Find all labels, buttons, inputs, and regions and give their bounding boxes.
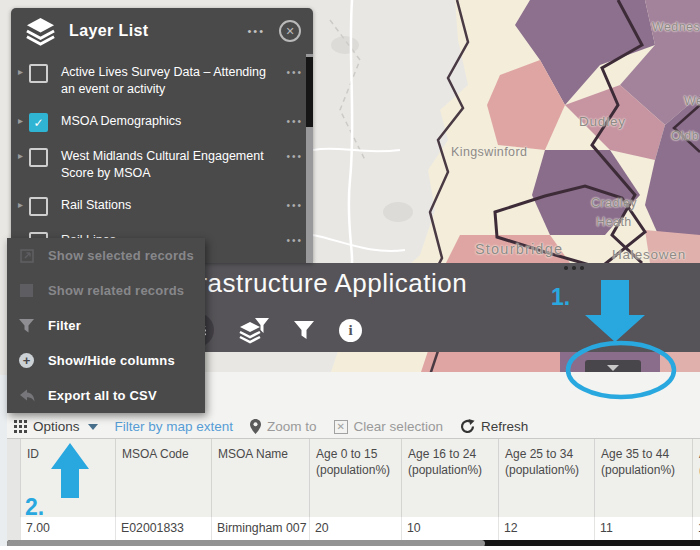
layer-filter-icon (238, 317, 269, 344)
expand-arrow-icon[interactable]: ▸ (18, 199, 29, 210)
app-title: Infrastructure Application (168, 268, 467, 299)
layer-item[interactable]: ▸ ✓ MSOA Demographics ••• (11, 105, 313, 140)
layer-list-header: Layer List ••• ✕ (11, 8, 313, 54)
row-selector-header (7, 439, 21, 518)
page-footer-strip (0, 546, 700, 550)
attribute-table-toolbar: Options Filter by map extent Zoom to ✕ C… (7, 414, 700, 439)
chevron-down-icon (607, 365, 619, 371)
refresh-label: Refresh (481, 419, 528, 434)
layer-ellipsis-icon[interactable]: ••• (286, 151, 303, 162)
menu-item-filter[interactable]: Filter (7, 308, 205, 343)
table-cell: 7.00 (21, 517, 116, 540)
column-header[interactable]: MSOA Code (116, 439, 212, 518)
menu-item-show-hide-columns[interactable]: + Show/Hide columns (7, 343, 205, 378)
show-selected-records-icon (18, 247, 35, 264)
info-widget-button[interactable]: i (339, 319, 362, 342)
layer-ellipsis-icon[interactable]: ••• (286, 235, 303, 246)
expand-arrow-icon[interactable]: ▸ (18, 150, 29, 161)
options-grid-icon (14, 420, 27, 433)
menu-item-label: Show related records (48, 283, 184, 298)
map-place-label: We (684, 94, 700, 108)
table-cell: Birmingham 007 (212, 517, 310, 540)
layer-list-panel: Layer List ••• ✕ ▸ Active Lives Survey D… (11, 8, 313, 263)
clear-selection-button[interactable]: ✕ Clear selection (334, 419, 443, 434)
refresh-button[interactable]: Refresh (460, 419, 528, 434)
map-place-label: Halesowen (612, 247, 686, 262)
filter-funnel-icon (18, 317, 35, 334)
layer-ellipsis-icon[interactable]: ••• (286, 67, 303, 78)
layer-label: West Midlands Cultural Engagement Score … (61, 148, 277, 181)
show-related-records-icon (18, 282, 35, 299)
check-icon: ✓ (33, 117, 43, 129)
filter-by-map-extent-button[interactable]: Filter by map extent (115, 419, 234, 434)
options-label: Options (33, 419, 80, 434)
layer-checkbox[interactable]: ✓ (29, 113, 48, 132)
panel-menu-icon[interactable]: ••• (247, 25, 265, 37)
table-row[interactable]: 7.00 E02001833 Birmingham 007 20 10 12 1… (7, 517, 700, 541)
layer-ellipsis-icon[interactable]: ••• (286, 116, 303, 127)
table-header-row: ID MSOA Code MSOA Name Age 0 to 15 (popu… (7, 438, 700, 519)
menu-item-show-selected-records[interactable]: Show selected records (7, 238, 205, 273)
export-csv-icon (18, 387, 35, 404)
vertical-scrollbar-thumb[interactable] (306, 57, 313, 127)
layer-checkbox[interactable] (29, 148, 48, 167)
expand-arrow-icon[interactable]: ▸ (18, 66, 29, 77)
info-icon: i (339, 319, 362, 342)
panel-title: Layer List (69, 22, 247, 40)
layer-label: Rail Stations (61, 197, 277, 214)
zoom-to-pin-icon (250, 419, 261, 434)
layer-item[interactable]: ▸ Rail Stations ••• (11, 189, 313, 224)
layer-filter-widget-button[interactable] (238, 317, 269, 344)
layer-list: ▸ Active Lives Survey Data – Attending a… (11, 54, 313, 259)
close-icon[interactable]: ✕ (279, 20, 301, 42)
column-header[interactable]: Age 0 to 15 (population%) (310, 439, 402, 518)
caret-down-icon (88, 424, 98, 430)
vertical-scrollbar[interactable] (306, 54, 313, 263)
layer-checkbox[interactable] (29, 64, 48, 83)
expand-arrow-icon[interactable]: ▸ (18, 115, 29, 126)
options-context-menu: Show selected records Show related recor… (7, 238, 205, 413)
table-cell: E02001833 (116, 517, 212, 540)
column-header[interactable]: Age 16 to 24 (population%) (402, 439, 499, 518)
clear-selection-icon: ✕ (334, 420, 348, 434)
column-header[interactable]: Age 35 to 44 (population%) (595, 439, 693, 518)
zoom-to-label: Zoom to (267, 419, 317, 434)
refresh-icon (460, 419, 475, 434)
table-cell: 10 (402, 517, 499, 540)
table-cell: 13 (693, 517, 700, 540)
row-selector-cell[interactable] (7, 517, 21, 540)
map-place-label: Stourbridge (475, 241, 563, 257)
table-cell: 12 (499, 517, 595, 540)
filter-by-map-extent-label: Filter by map extent (115, 419, 234, 434)
filter-widget-button[interactable] (293, 320, 315, 340)
zoom-to-button[interactable]: Zoom to (250, 419, 317, 434)
column-header[interactable]: MSOA Name (212, 439, 310, 518)
column-header[interactable]: ID (21, 439, 116, 518)
column-header[interactable]: Age 25 to 34 (population%) (499, 439, 595, 518)
funnel-icon (293, 320, 315, 340)
options-button[interactable]: Options (14, 419, 98, 434)
menu-item-label: Show/Hide columns (48, 353, 175, 368)
clear-selection-label: Clear selection (354, 419, 443, 434)
show-hide-columns-icon: + (18, 352, 35, 369)
menu-item-show-related-records[interactable]: Show related records (7, 273, 205, 308)
table-cell: 20 (310, 517, 402, 540)
map-place-label: Wednes (652, 20, 700, 34)
column-header[interactable]: Age 45 to 54 (population%) (693, 439, 700, 518)
layer-label: MSOA Demographics (61, 113, 277, 130)
table-cell: 11 (595, 517, 693, 540)
layer-item[interactable]: ▸ West Midlands Cultural Engagement Scor… (11, 140, 313, 189)
layer-label: Active Lives Survey Data – Attending an … (61, 64, 277, 97)
layer-item[interactable]: ▸ Active Lives Survey Data – Attending a… (11, 56, 313, 105)
layer-checkbox[interactable] (29, 197, 48, 216)
map-place-label: Kingswinford (451, 145, 527, 159)
drag-handle-dots-icon[interactable] (564, 266, 584, 270)
map-place-label: Cradley Heath (582, 194, 646, 232)
layer-ellipsis-icon[interactable]: ••• (286, 200, 303, 211)
menu-item-label: Export all to CSV (48, 388, 157, 403)
menu-item-label: Filter (48, 318, 81, 333)
menu-item-label: Show selected records (48, 248, 194, 263)
menu-item-export-all-to-csv[interactable]: Export all to CSV (7, 378, 205, 413)
map-place-label: Oldb (671, 129, 699, 143)
layers-icon (25, 17, 56, 46)
